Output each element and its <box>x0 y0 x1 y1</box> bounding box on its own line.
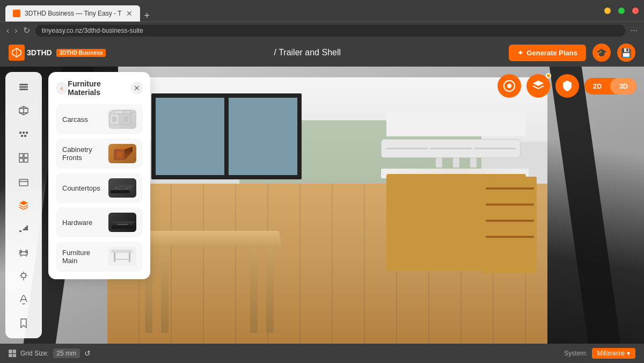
ac-unit <box>381 139 521 158</box>
save-button[interactable]: 💾 <box>617 43 635 62</box>
maximize-button[interactable] <box>618 8 625 14</box>
sidebar-item-paint[interactable] <box>14 290 33 309</box>
reset-icon[interactable]: ↺ <box>84 349 91 358</box>
svg-line-32 <box>25 277 26 278</box>
close-button[interactable] <box>632 8 639 14</box>
mode-2d-button[interactable]: 2D <box>584 78 611 95</box>
url-bar[interactable]: tinyeasy.co.nz/3dthd-business-suite <box>35 25 625 37</box>
svg-rect-13 <box>24 135 26 137</box>
tab-close-icon[interactable]: ✕ <box>126 9 133 18</box>
kitchen-unit <box>376 110 526 271</box>
mode-3d-button[interactable]: 3D <box>610 78 636 95</box>
material-item-carcass[interactable]: Carcass <box>56 104 143 134</box>
material-label-countertops: Countertops <box>62 184 104 192</box>
graduation-cap-icon: 🎓 <box>596 48 607 58</box>
browser-tabs: 3DTHD Business — Tiny Easy - T ✕ + <box>5 0 153 21</box>
svg-rect-62 <box>117 224 128 225</box>
material-item-cabinetry[interactable]: Cabinetry Fronts <box>56 139 143 169</box>
system-unit-area: System: Millimetre ▾ <box>564 348 635 359</box>
help-button[interactable]: 🎓 <box>592 43 611 62</box>
svg-line-39 <box>109 111 114 114</box>
active-tab[interactable]: 3DTHD Business — Tiny Easy - T ✕ <box>5 5 140 21</box>
svg-line-41 <box>131 111 135 114</box>
sidebar-item-stack[interactable] <box>14 195 33 215</box>
sidebar-item-layers[interactable] <box>14 77 33 97</box>
svg-marker-48 <box>116 151 122 158</box>
logo-text: 3DTHD <box>27 48 52 57</box>
panel-title: Furniture Materials <box>68 79 130 97</box>
svg-point-55 <box>116 187 118 189</box>
grid-size-icon <box>9 350 16 357</box>
sidebar-item-stairs[interactable] <box>14 219 33 238</box>
material-item-countertops[interactable]: Countertops <box>56 173 143 203</box>
grid-size-input[interactable] <box>53 349 80 358</box>
shield-view-button[interactable] <box>555 74 579 98</box>
tab-favicon <box>13 10 20 17</box>
view-controls: 2D 3D <box>497 74 636 98</box>
bottom-bar: Grid Size: ↺ System: Millimetre ▾ <box>0 344 644 363</box>
sidebar-item-light[interactable] <box>14 266 33 286</box>
svg-marker-51 <box>111 190 130 193</box>
sidebar-item-sofa[interactable] <box>14 243 33 262</box>
svg-point-58 <box>119 189 120 190</box>
extensions-icon[interactable]: ⋯ <box>631 26 638 34</box>
hardware-thumbnail <box>108 213 136 232</box>
panel-back-button[interactable]: ‹ <box>56 82 68 95</box>
forward-button[interactable]: › <box>14 26 17 35</box>
camera-orbit-button[interactable] <box>497 74 521 98</box>
svg-rect-2 <box>19 84 28 85</box>
svg-rect-37 <box>113 117 116 121</box>
svg-rect-38 <box>125 117 128 121</box>
material-item-hardware[interactable]: Hardware <box>56 207 143 237</box>
svg-line-34 <box>21 277 23 278</box>
browser-toolbar-icons: ⋯ <box>631 26 638 34</box>
panel-close-button[interactable]: ✕ <box>131 82 143 95</box>
business-badge: 3DTHD Business <box>56 49 106 57</box>
svg-line-31 <box>21 273 23 274</box>
svg-rect-11 <box>26 132 28 134</box>
tab-title: 3DTHD Business — Tiny Easy - T <box>25 10 122 17</box>
svg-rect-65 <box>129 252 130 262</box>
svg-point-57 <box>127 188 128 189</box>
material-item-furniture-main[interactable]: Furniture Main <box>56 242 143 272</box>
main-viewport[interactable]: ‹ Furniture Materials ✕ Carcass <box>0 67 644 344</box>
browser-window-controls <box>604 8 639 14</box>
svg-marker-20 <box>19 201 28 205</box>
sparkle-icon: ✦ <box>517 49 523 57</box>
panel-header: ‹ Furniture Materials ✕ <box>56 79 143 97</box>
minimize-button[interactable] <box>604 8 611 14</box>
reload-button[interactable]: ↻ <box>23 25 30 35</box>
app-header: 3DTHD 3DTHD Business / Trailer and Shell… <box>0 39 644 67</box>
spotlight-1 <box>436 158 442 168</box>
header-actions: ✦ Generate Plans 🎓 💾 <box>509 43 635 62</box>
generate-plans-button[interactable]: ✦ Generate Plans <box>509 45 586 61</box>
spotlight-2 <box>453 158 459 168</box>
window-left <box>151 93 302 179</box>
back-button[interactable]: ‹ <box>6 26 9 35</box>
room-interior <box>107 77 547 344</box>
svg-rect-4 <box>19 89 28 90</box>
sidebar-item-floor[interactable] <box>14 172 33 191</box>
save-icon: 💾 <box>621 48 632 58</box>
unit-label: Millimetre <box>597 350 625 357</box>
unit-selector[interactable]: Millimetre ▾ <box>592 348 635 359</box>
sidebar <box>5 72 42 338</box>
furniture-materials-panel: ‹ Furniture Materials ✕ Carcass <box>48 72 150 279</box>
svg-marker-68 <box>533 81 544 86</box>
sidebar-item-cube[interactable] <box>14 101 33 120</box>
svg-rect-3 <box>19 86 28 88</box>
new-tab-button[interactable]: + <box>141 10 153 21</box>
layers-view-button[interactable] <box>526 74 550 98</box>
sidebar-item-bookmark[interactable] <box>14 314 33 333</box>
svg-marker-59 <box>112 226 133 229</box>
material-label-hardware: Hardware <box>62 219 104 227</box>
spotlight-3 <box>470 158 477 168</box>
spotlights <box>392 158 521 169</box>
svg-line-33 <box>25 273 26 274</box>
sidebar-item-wall[interactable] <box>14 125 33 144</box>
svg-point-67 <box>507 84 511 88</box>
sidebar-item-grid[interactable] <box>14 148 33 168</box>
svg-rect-43 <box>123 111 131 114</box>
svg-rect-63 <box>112 250 132 252</box>
address-bar-row: ‹ › ↻ tinyeasy.co.nz/3dthd-business-suit… <box>0 21 644 39</box>
